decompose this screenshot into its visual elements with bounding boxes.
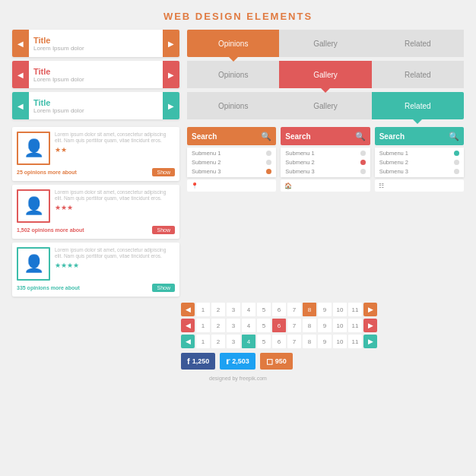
pg-3-orange[interactable]: 3 — [227, 303, 240, 316]
pg-1-orange[interactable]: 1 — [196, 303, 210, 316]
pg-next-red[interactable]: ▶ — [363, 319, 377, 332]
slider-2-content: Title Lorem Ipsum dolor — [29, 67, 163, 83]
pg-prev-orange[interactable]: ◀ — [181, 303, 195, 316]
twitter-button[interactable]: 𝕣 2,503 — [220, 353, 255, 370]
tab-opinions-1[interactable]: Opinions — [187, 30, 279, 57]
opinion-card-1: 👤 Lorem ipsum dolor sit amet, consectetu… — [12, 127, 179, 181]
submenu-orange-1-label: Submenu 1 — [192, 150, 221, 157]
pg-10-red[interactable]: 10 — [333, 319, 347, 332]
pg-8-teal[interactable]: 8 — [303, 335, 316, 348]
submenu-red-3[interactable]: Submenu 3 — [285, 168, 365, 175]
pg-11-red[interactable]: 11 — [348, 319, 362, 332]
search-input-red[interactable]: 🏠 — [281, 179, 370, 192]
pg-2-orange[interactable]: 2 — [211, 303, 225, 316]
opinion-1-stars: ★★ — [55, 146, 175, 155]
pg-5-red[interactable]: 5 — [257, 319, 271, 332]
slider-3-left-arrow[interactable]: ◀ — [12, 92, 29, 119]
tabs-column: Opinions Gallery Related Opinions Galler… — [187, 30, 464, 119]
search-panel-teal: Search 🔍 Submenu 1 Submenu 2 Submenu 3 — [375, 127, 464, 297]
pg-next-orange[interactable]: ▶ — [363, 303, 377, 316]
submenu-teal-3[interactable]: Submenu 3 — [379, 168, 459, 175]
pg-9-teal[interactable]: 9 — [318, 335, 332, 348]
pagination-row-orange: ◀ 1 2 3 4 5 6 7 8 9 10 11 ▶ — [181, 303, 464, 316]
search-header-red: Search 🔍 — [281, 127, 370, 145]
pg-1-teal[interactable]: 1 — [196, 335, 210, 348]
pg-10-teal[interactable]: 10 — [333, 335, 347, 348]
search-input-teal[interactable]: ☷ — [375, 179, 464, 192]
slider-2-right-arrow[interactable]: ▶ — [163, 61, 179, 88]
pg-8-orange[interactable]: 8 — [303, 303, 316, 316]
tab-opinions-2[interactable]: Opinions — [187, 61, 279, 88]
search-icon-orange[interactable]: 🔍 — [261, 132, 271, 141]
search-header-teal: Search 🔍 — [375, 127, 464, 145]
opinion-2-count: 1,502 opinions more about — [17, 227, 84, 233]
pg-5-teal[interactable]: 5 — [257, 335, 271, 348]
tab-related-3[interactable]: Related — [372, 92, 464, 119]
tab-related-1[interactable]: Related — [372, 30, 464, 57]
pg-7-orange[interactable]: 7 — [287, 303, 301, 316]
submenu-orange-2[interactable]: Submenu 2 — [192, 159, 271, 166]
pg-4-teal[interactable]: 4 — [242, 335, 255, 348]
tab-gallery-1[interactable]: Gallery — [279, 30, 371, 57]
sliders-column: ◀ Title Lorem Ipsum dolor ▶ ◀ Title Lore… — [12, 30, 179, 119]
pg-6-orange[interactable]: 6 — [272, 303, 286, 316]
pg-9-red[interactable]: 9 — [318, 319, 332, 332]
search-panel-red: Search 🔍 Submenu 1 Submenu 2 Submenu 3 — [281, 127, 370, 297]
slider-2: ◀ Title Lorem Ipsum dolor ▶ — [12, 61, 179, 88]
submenu-teal-2[interactable]: Submenu 2 — [379, 159, 459, 166]
pg-10-orange[interactable]: 10 — [333, 303, 347, 316]
pg-prev-red[interactable]: ◀ — [181, 319, 195, 332]
submenu-teal-1[interactable]: Submenu 1 — [379, 150, 459, 157]
tab-gallery-3[interactable]: Gallery — [279, 92, 371, 119]
pg-6-teal[interactable]: 6 — [272, 335, 286, 348]
slider-3-title: Title — [33, 98, 158, 107]
pg-9-orange[interactable]: 9 — [318, 303, 332, 316]
pg-2-teal[interactable]: 2 — [211, 335, 225, 348]
submenu-orange-2-dot — [266, 160, 271, 165]
pg-4-red[interactable]: 4 — [242, 319, 255, 332]
submenu-orange-3[interactable]: Submenu 3 — [192, 168, 271, 175]
pg-11-orange[interactable]: 11 — [348, 303, 362, 316]
tab-opinions-3[interactable]: Opinions — [187, 92, 279, 119]
submenu-red-2[interactable]: Submenu 2 — [285, 159, 365, 166]
slider-1-left-arrow[interactable]: ◀ — [12, 30, 29, 57]
instagram-button[interactable]: ◻ 950 — [260, 353, 293, 370]
tab-related-2[interactable]: Related — [372, 61, 464, 88]
facebook-button[interactable]: f 1,250 — [181, 353, 215, 370]
pg-3-teal[interactable]: 3 — [227, 335, 240, 348]
search-icon-teal[interactable]: 🔍 — [449, 132, 459, 141]
twitter-count: 2,503 — [232, 357, 249, 365]
slider-1-content: Title Lorem Ipsum dolor — [29, 36, 163, 52]
opinion-3-show-btn[interactable]: Show — [152, 284, 175, 292]
pg-7-teal[interactable]: 7 — [287, 335, 301, 348]
opinion-1-show-btn[interactable]: Show — [152, 168, 175, 176]
pg-2-red[interactable]: 2 — [211, 319, 225, 332]
pg-3-red[interactable]: 3 — [227, 319, 240, 332]
submenu-red-1[interactable]: Submenu 1 — [285, 150, 365, 157]
person-icon-2: 👤 — [24, 196, 44, 216]
instagram-count: 950 — [275, 357, 287, 365]
submenu-orange-1[interactable]: Submenu 1 — [192, 150, 271, 157]
social-row: f 1,250 𝕣 2,503 ◻ 950 — [181, 353, 464, 370]
pg-6-red[interactable]: 6 — [272, 319, 286, 332]
slider-2-left-arrow[interactable]: ◀ — [12, 61, 29, 88]
pg-7-red[interactable]: 7 — [287, 319, 301, 332]
slider-1-right-arrow[interactable]: ▶ — [163, 30, 179, 57]
pg-1-red[interactable]: 1 — [196, 319, 210, 332]
slider-1-sub: Lorem Ipsum dolor — [33, 45, 158, 52]
opinion-2-show-btn[interactable]: Show — [152, 226, 175, 234]
tab-gallery-2[interactable]: Gallery — [279, 61, 371, 88]
submenu-list-red: Submenu 1 Submenu 2 Submenu 3 — [281, 148, 370, 177]
pg-8-red[interactable]: 8 — [303, 319, 316, 332]
avatar-1: 👤 — [17, 132, 50, 165]
slider-3-right-arrow[interactable]: ▶ — [163, 92, 179, 119]
pg-5-orange[interactable]: 5 — [257, 303, 271, 316]
pg-next-teal[interactable]: ▶ — [363, 335, 377, 348]
pg-11-teal[interactable]: 11 — [348, 335, 362, 348]
search-icon-red[interactable]: 🔍 — [355, 132, 366, 141]
pg-4-orange[interactable]: 4 — [242, 303, 255, 316]
submenu-teal-3-label: Submenu 3 — [379, 168, 408, 175]
search-input-orange[interactable]: 📍 — [187, 179, 276, 192]
submenu-red-3-label: Submenu 3 — [285, 168, 314, 175]
pg-prev-teal[interactable]: ◀ — [181, 335, 195, 348]
